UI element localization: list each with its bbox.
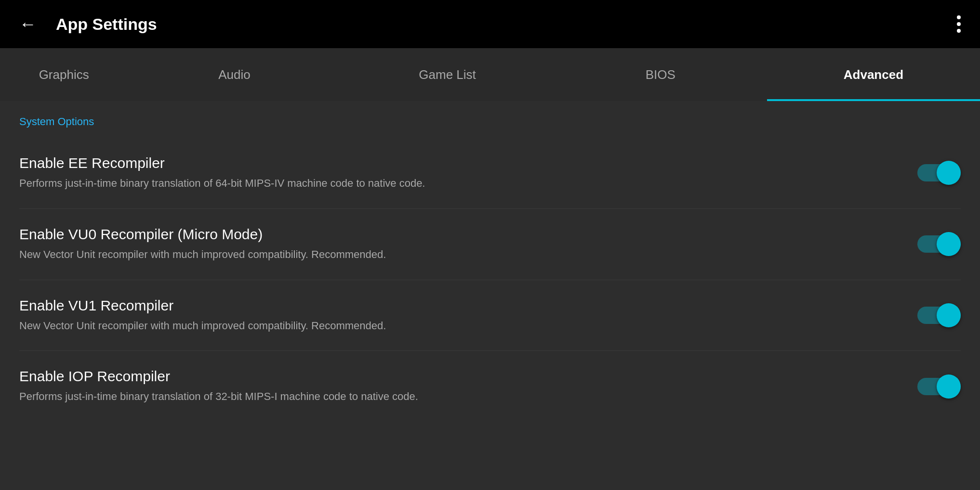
- toggle-ee-recompiler[interactable]: [917, 161, 961, 185]
- toggle-thumb-ee-recompiler: [937, 161, 961, 185]
- toggle-vu0-recompiler[interactable]: [917, 232, 961, 256]
- setting-row-iop-recompiler: Enable IOP Recompiler Performs just-in-t…: [19, 351, 961, 422]
- setting-desc-vu0-recompiler: New Vector Unit recompiler with much imp…: [19, 247, 888, 262]
- tab-audio[interactable]: Audio: [128, 48, 341, 101]
- setting-desc-iop-recompiler: Performs just-in-time binary translation…: [19, 389, 888, 404]
- back-button[interactable]: ←: [19, 14, 37, 34]
- tab-bar: Graphics Audio Game List BIOS Advanced: [0, 48, 980, 101]
- setting-text-vu1-recompiler: Enable VU1 Recompiler New Vector Unit re…: [19, 297, 917, 334]
- section-header[interactable]: System Options: [19, 111, 961, 138]
- content-area: System Options Enable EE Recompiler Perf…: [0, 101, 980, 490]
- app-bar-left: ← App Settings: [19, 14, 157, 34]
- tab-advanced[interactable]: Advanced: [767, 48, 980, 101]
- toggle-thumb-iop-recompiler: [937, 374, 961, 399]
- toggle-thumb-vu0-recompiler: [937, 232, 961, 256]
- toggle-thumb-vu1-recompiler: [937, 303, 961, 327]
- setting-title-iop-recompiler: Enable IOP Recompiler: [19, 368, 888, 385]
- tab-graphics[interactable]: Graphics: [0, 48, 128, 101]
- tab-gamelist[interactable]: Game List: [341, 48, 554, 101]
- setting-row-ee-recompiler: Enable EE Recompiler Performs just-in-ti…: [19, 138, 961, 209]
- setting-row-vu0-recompiler: Enable VU0 Recompiler (Micro Mode) New V…: [19, 209, 961, 280]
- toggle-iop-recompiler[interactable]: [917, 374, 961, 399]
- app-title: App Settings: [56, 15, 157, 34]
- setting-text-vu0-recompiler: Enable VU0 Recompiler (Micro Mode) New V…: [19, 226, 917, 262]
- setting-text-iop-recompiler: Enable IOP Recompiler Performs just-in-t…: [19, 368, 917, 404]
- more-options-button[interactable]: [957, 15, 961, 33]
- setting-title-vu1-recompiler: Enable VU1 Recompiler: [19, 297, 888, 314]
- setting-desc-vu1-recompiler: New Vector Unit recompiler with much imp…: [19, 319, 888, 334]
- setting-row-vu1-recompiler: Enable VU1 Recompiler New Vector Unit re…: [19, 280, 961, 351]
- setting-desc-ee-recompiler: Performs just-in-time binary translation…: [19, 176, 888, 191]
- app-bar: ← App Settings: [0, 0, 980, 48]
- settings-list: Enable EE Recompiler Performs just-in-ti…: [19, 138, 961, 422]
- setting-title-ee-recompiler: Enable EE Recompiler: [19, 155, 888, 171]
- setting-text-ee-recompiler: Enable EE Recompiler Performs just-in-ti…: [19, 155, 917, 191]
- setting-title-vu0-recompiler: Enable VU0 Recompiler (Micro Mode): [19, 226, 888, 243]
- toggle-vu1-recompiler[interactable]: [917, 303, 961, 327]
- tab-bios[interactable]: BIOS: [554, 48, 767, 101]
